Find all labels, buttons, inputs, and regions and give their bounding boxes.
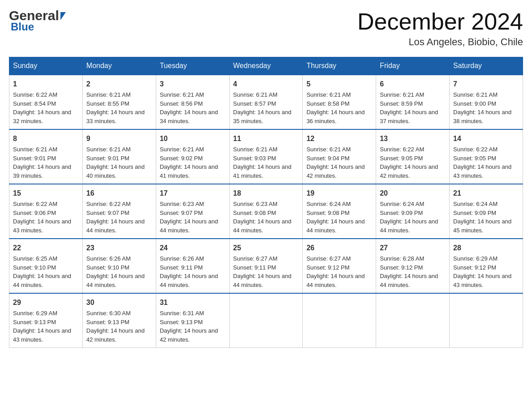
table-row xyxy=(303,293,376,348)
day-number: 13 xyxy=(380,133,446,144)
table-row: 30Sunrise: 6:30 AMSunset: 9:13 PMDayligh… xyxy=(82,293,156,348)
col-saturday: Saturday xyxy=(450,57,523,75)
table-row: 20Sunrise: 6:24 AMSunset: 9:09 PMDayligh… xyxy=(376,184,450,239)
day-number: 30 xyxy=(86,297,152,308)
table-row: 27Sunrise: 6:28 AMSunset: 9:12 PMDayligh… xyxy=(376,239,450,293)
col-thursday: Thursday xyxy=(303,57,376,75)
calendar-week-row: 29Sunrise: 6:29 AMSunset: 9:13 PMDayligh… xyxy=(9,293,523,348)
table-row: 16Sunrise: 6:22 AMSunset: 9:07 PMDayligh… xyxy=(82,184,156,239)
day-number: 1 xyxy=(13,79,79,90)
day-number: 21 xyxy=(453,188,519,199)
table-row: 1Sunrise: 6:22 AMSunset: 8:54 PMDaylight… xyxy=(9,75,83,129)
day-number: 7 xyxy=(453,79,519,90)
day-number: 8 xyxy=(13,133,79,144)
table-row: 25Sunrise: 6:27 AMSunset: 9:11 PMDayligh… xyxy=(229,239,303,293)
table-row: 21Sunrise: 6:24 AMSunset: 9:09 PMDayligh… xyxy=(450,184,523,239)
day-number: 19 xyxy=(306,188,372,199)
col-friday: Friday xyxy=(376,57,450,75)
page-header: General Blue December 2024 Los Angeles, … xyxy=(9,9,523,48)
calendar-header-row: Sunday Monday Tuesday Wednesday Thursday… xyxy=(9,57,523,75)
table-row: 15Sunrise: 6:22 AMSunset: 9:06 PMDayligh… xyxy=(9,184,83,239)
col-wednesday: Wednesday xyxy=(229,57,303,75)
day-number: 16 xyxy=(86,188,152,199)
logo-blue-text: Blue xyxy=(11,21,66,33)
calendar-week-row: 1Sunrise: 6:22 AMSunset: 8:54 PMDaylight… xyxy=(9,75,523,129)
title-area: December 2024 Los Angeles, Biobio, Chile xyxy=(357,9,523,48)
table-row: 3Sunrise: 6:21 AMSunset: 8:56 PMDaylight… xyxy=(156,75,229,129)
day-number: 22 xyxy=(13,243,79,253)
location-title: Los Angeles, Biobio, Chile xyxy=(357,36,523,48)
day-number: 4 xyxy=(233,79,299,90)
table-row: 31Sunrise: 6:31 AMSunset: 9:13 PMDayligh… xyxy=(156,293,229,348)
table-row: 18Sunrise: 6:23 AMSunset: 9:08 PMDayligh… xyxy=(229,184,303,239)
month-title: December 2024 xyxy=(357,9,523,34)
calendar-table: Sunday Monday Tuesday Wednesday Thursday… xyxy=(9,57,523,348)
table-row: 11Sunrise: 6:21 AMSunset: 9:03 PMDayligh… xyxy=(229,129,303,184)
day-number: 5 xyxy=(306,79,372,90)
day-number: 25 xyxy=(233,243,299,253)
col-tuesday: Tuesday xyxy=(156,57,229,75)
table-row: 6Sunrise: 6:21 AMSunset: 8:59 PMDaylight… xyxy=(376,75,450,129)
table-row: 2Sunrise: 6:21 AMSunset: 8:55 PMDaylight… xyxy=(82,75,156,129)
table-row: 22Sunrise: 6:25 AMSunset: 9:10 PMDayligh… xyxy=(9,239,83,293)
day-number: 29 xyxy=(13,297,79,308)
day-number: 23 xyxy=(86,243,152,253)
table-row: 8Sunrise: 6:21 AMSunset: 9:01 PMDaylight… xyxy=(9,129,83,184)
day-number: 11 xyxy=(233,133,299,144)
table-row: 17Sunrise: 6:23 AMSunset: 9:07 PMDayligh… xyxy=(156,184,229,239)
day-number: 14 xyxy=(453,133,519,144)
day-number: 28 xyxy=(453,243,519,253)
day-number: 2 xyxy=(86,79,152,90)
table-row xyxy=(450,293,523,348)
table-row: 14Sunrise: 6:22 AMSunset: 9:05 PMDayligh… xyxy=(450,129,523,184)
table-row: 5Sunrise: 6:21 AMSunset: 8:58 PMDaylight… xyxy=(303,75,376,129)
col-monday: Monday xyxy=(82,57,156,75)
calendar-week-row: 22Sunrise: 6:25 AMSunset: 9:10 PMDayligh… xyxy=(9,239,523,293)
table-row: 24Sunrise: 6:26 AMSunset: 9:11 PMDayligh… xyxy=(156,239,229,293)
table-row: 4Sunrise: 6:21 AMSunset: 8:57 PMDaylight… xyxy=(229,75,303,129)
day-number: 17 xyxy=(160,188,226,199)
day-number: 31 xyxy=(160,297,226,308)
table-row: 9Sunrise: 6:21 AMSunset: 9:01 PMDaylight… xyxy=(82,129,156,184)
table-row: 19Sunrise: 6:24 AMSunset: 9:08 PMDayligh… xyxy=(303,184,376,239)
day-number: 18 xyxy=(233,188,299,199)
day-number: 15 xyxy=(13,188,79,199)
day-number: 10 xyxy=(160,133,226,144)
table-row: 7Sunrise: 6:21 AMSunset: 9:00 PMDaylight… xyxy=(450,75,523,129)
day-number: 26 xyxy=(306,243,372,253)
col-sunday: Sunday xyxy=(9,57,83,75)
day-number: 6 xyxy=(380,79,446,90)
table-row: 28Sunrise: 6:29 AMSunset: 9:12 PMDayligh… xyxy=(450,239,523,293)
calendar-week-row: 8Sunrise: 6:21 AMSunset: 9:01 PMDaylight… xyxy=(9,129,523,184)
logo-triangle-icon xyxy=(60,12,66,20)
table-row: 12Sunrise: 6:21 AMSunset: 9:04 PMDayligh… xyxy=(303,129,376,184)
table-row: 29Sunrise: 6:29 AMSunset: 9:13 PMDayligh… xyxy=(9,293,83,348)
day-number: 9 xyxy=(86,133,152,144)
logo: General Blue xyxy=(9,9,66,33)
table-row xyxy=(229,293,303,348)
calendar-week-row: 15Sunrise: 6:22 AMSunset: 9:06 PMDayligh… xyxy=(9,184,523,239)
table-row: 26Sunrise: 6:27 AMSunset: 9:12 PMDayligh… xyxy=(303,239,376,293)
table-row: 13Sunrise: 6:22 AMSunset: 9:05 PMDayligh… xyxy=(376,129,450,184)
table-row: 23Sunrise: 6:26 AMSunset: 9:10 PMDayligh… xyxy=(82,239,156,293)
table-row: 10Sunrise: 6:21 AMSunset: 9:02 PMDayligh… xyxy=(156,129,229,184)
day-number: 3 xyxy=(160,79,226,90)
day-number: 20 xyxy=(380,188,446,199)
day-number: 12 xyxy=(306,133,372,144)
day-number: 24 xyxy=(160,243,226,253)
table-row xyxy=(376,293,450,348)
day-number: 27 xyxy=(380,243,446,253)
